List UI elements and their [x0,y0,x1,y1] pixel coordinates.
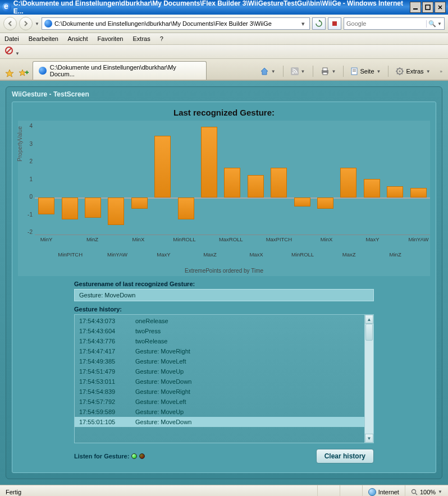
history-event: Gesture: MoveDown [135,419,191,425]
history-timestamp: 17:55:01:105 [79,419,135,425]
history-row[interactable]: 17:54:43:073oneRelease [75,316,373,326]
address-input[interactable] [54,20,299,27]
history-event: Gesture: MoveLeft [135,358,186,365]
svg-rect-8 [323,68,327,71]
panel-title: WiiGesture - TestScreen [12,90,436,98]
history-row[interactable]: 17:54:53:011Gesture: MoveDown [75,376,373,387]
history-timestamp: 17:54:43:776 [79,338,135,345]
address-bar[interactable]: ▾ [42,17,310,30]
history-scrollbar[interactable]: ▲ ▼ [364,315,373,443]
browser-tab[interactable]: C:\Dokumente und Einstellungen\dburkhar\… [33,61,207,80]
search-box[interactable]: 🔍 ▼ [344,17,445,30]
tools-label: Extras [406,68,423,75]
x-tick: MaxY [361,235,384,242]
history-event: Gesture: MoveRight [135,348,190,355]
page-button[interactable]: Seite▼ [347,65,385,77]
history-row[interactable]: 17:54:43:604twoPress [75,326,373,336]
bar [201,127,217,198]
y-axis: PropertyValue 43210-1-2 [18,123,35,235]
history-row[interactable]: 17:54:57:792Gesture: MoveLeft [75,397,373,407]
menu-help[interactable]: ? [160,35,163,42]
x-axis-row2: MinPITCHMinYAWMaxYMaxZMaxXMinROLLMaxZMin… [35,251,430,258]
window-title: C:\Dokumente und Einstellungen\dburkhar\… [13,0,410,15]
menu-edit[interactable]: Bearbeiten [29,35,58,42]
tab-bar: C:\Dokumente und Einstellungen\dburkhar\… [0,59,448,81]
scroll-down-button[interactable]: ▼ [365,434,373,443]
scroll-thumb[interactable] [365,324,373,341]
zoom-value: 100% [420,489,436,495]
clear-history-button[interactable]: Clear history [316,449,374,463]
chart-title: Last recognized Gesture: [18,108,430,117]
back-button[interactable] [3,17,17,30]
history-event: oneRelease [135,318,168,324]
history-row[interactable]: 17:54:54:839Gesture: MoveRight [75,387,373,397]
nav-history-dropdown[interactable]: ▼ [35,21,39,26]
bar [38,198,54,214]
history-list[interactable]: 17:54:43:073oneRelease17:54:43:604twoPre… [74,314,374,443]
forward-button[interactable] [19,17,33,30]
stop-button[interactable] [328,17,341,30]
bar [154,136,171,197]
x-tick: MinYAW [106,251,129,258]
scroll-up-button[interactable]: ▲ [365,315,373,324]
bar [62,198,78,220]
print-button[interactable]: ▼ [317,65,340,77]
links-dropdown[interactable]: ▼ [15,51,20,56]
maximize-button[interactable] [422,2,433,13]
history-row[interactable]: 17:54:59:589Gesture: MoveUp [75,407,373,417]
history-event: Gesture: MoveRight [135,388,190,395]
address-dropdown[interactable]: ▾ [299,20,307,27]
x-axis-caption: ExtremePoints ordered by Time [18,268,430,274]
history-timestamp: 17:54:49:385 [79,358,135,365]
x-tick: MinROLL [173,235,196,242]
svg-rect-12 [353,70,356,71]
ie-icon [2,3,11,12]
listen-indicator: Listen for Gesture: [74,453,145,460]
bar [224,168,240,198]
content-area: WiiGesture - TestScreen Last recognized … [0,81,448,485]
svg-rect-1 [426,5,430,10]
status-bar: Fertig Internet 100%▼ [0,485,448,496]
history-row[interactable]: 17:54:51:479Gesture: MoveUp [75,366,373,376]
history-row[interactable]: 17:54:43:776twoRelease [75,336,373,346]
close-button[interactable] [435,2,446,13]
home-button[interactable]: ▼ [256,65,280,77]
menu-view[interactable]: Ansicht [67,35,88,42]
favorites-star-button[interactable] [3,67,16,80]
x-tick: MinROLL [291,251,314,258]
plot-area [35,123,430,235]
tools-button[interactable]: Extras▼ [392,65,434,77]
search-dropdown[interactable]: ▼ [437,21,442,26]
menu-file[interactable]: Datei [4,35,19,42]
search-button[interactable]: 🔍 [426,20,437,27]
history-row[interactable]: 17:54:47:417Gesture: MoveRight [75,346,373,356]
svg-point-6 [292,72,294,74]
history-timestamp: 17:54:59:589 [79,408,135,415]
menu-favorites[interactable]: Favoriten [98,35,124,42]
search-input[interactable] [346,20,426,27]
menu-extras[interactable]: Extras [132,35,150,42]
links-bar: ▼ [0,45,448,59]
bar [387,186,403,198]
status-zone: Internet [362,485,405,496]
bar [85,198,101,218]
minimize-button[interactable] [410,2,421,13]
wiigesture-panel: WiiGesture - TestScreen Last recognized … [6,86,442,479]
svg-rect-2 [332,21,337,26]
svg-rect-9 [323,72,327,75]
add-favorite-button[interactable] [18,67,30,80]
tab-page-icon [39,67,47,75]
x-tick: MinZ [384,251,407,258]
history-row[interactable]: 17:54:49:385Gesture: MoveLeft [75,356,373,366]
bar [131,198,148,209]
x-tick: MinY [35,235,58,242]
history-row[interactable]: 17:55:01:105Gesture: MoveDown [75,417,373,427]
toolbar-overflow[interactable]: » [438,69,445,74]
x-tick: MinX [127,235,150,242]
feeds-button[interactable]: ▼ [287,65,309,77]
zoom-control[interactable]: 100%▼ [405,485,448,496]
refresh-button[interactable] [312,17,326,30]
history-event: Gesture: MoveLeft [135,398,186,405]
x-tick: MaxY [152,251,175,258]
no-addons-icon [4,46,13,55]
